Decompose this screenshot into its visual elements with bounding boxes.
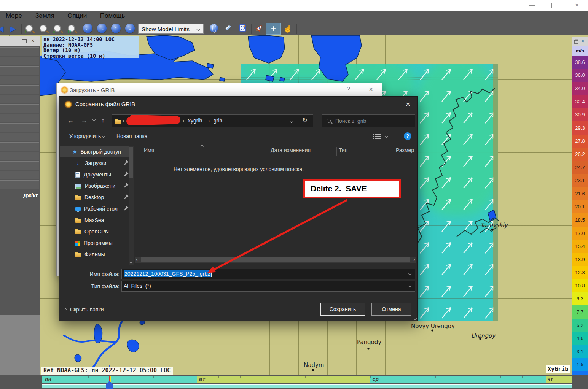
pan-left-icon[interactable]: ← — [83, 24, 92, 33]
sidebar-item-3[interactable]: Desktop — [60, 192, 129, 203]
close-panel-icon[interactable]: × — [581, 38, 584, 44]
resize-grip[interactable] — [412, 316, 417, 320]
maximize-button[interactable] — [551, 3, 557, 8]
column-date[interactable]: Дата изменения — [271, 147, 311, 153]
timeline-segment-wed[interactable] — [370, 376, 546, 383]
altitude-row-10[interactable] — [0, 142, 39, 151]
hand-tool-button[interactable]: ☝ — [282, 23, 293, 35]
altitude-row-0[interactable] — [0, 47, 39, 56]
view-mode-icon[interactable] — [375, 134, 381, 139]
zoom-area-icon[interactable]: ++ — [68, 25, 75, 32]
scale-cell-12.3: 12.3 — [572, 266, 588, 279]
sidebar-item-6[interactable]: OpenCPN — [60, 226, 129, 237]
column-type[interactable]: Тип — [339, 147, 347, 153]
up-icon[interactable]: ↑ — [101, 116, 105, 124]
menu-options[interactable]: Опции — [62, 11, 92, 20]
altitude-row-8[interactable] — [0, 123, 39, 132]
model-limits-dropdown[interactable]: Show Model Limits — [138, 24, 204, 34]
play-forward-icon[interactable]: ▶ — [10, 24, 16, 33]
pan-right-icon[interactable]: → — [97, 24, 107, 33]
scrollbar-thumb[interactable] — [129, 147, 133, 178]
column-size[interactable]: Размер — [396, 147, 414, 153]
altitude-row-5[interactable] — [0, 95, 39, 103]
horizontal-scrollbar[interactable]: ‹ › — [135, 257, 416, 263]
scroll-down-icon[interactable] — [129, 260, 132, 264]
organize-button[interactable]: Упорядочить — [69, 133, 105, 139]
step-back-icon[interactable]: ◀ — [0, 24, 3, 33]
altitude-row-4[interactable] — [0, 85, 39, 94]
sidebar-item-1[interactable]: Документы — [60, 169, 129, 180]
back-icon[interactable]: ← — [67, 117, 74, 125]
altitude-row-3[interactable] — [0, 76, 39, 84]
dialog-title-bar[interactable]: Сохранить файл GRIB × — [59, 97, 417, 113]
cancel-button[interactable]: Отмена — [371, 303, 411, 316]
column-name[interactable]: Имя — [144, 147, 154, 153]
float-panel-icon[interactable] — [574, 40, 578, 44]
close-panel-icon[interactable]: × — [31, 37, 35, 44]
hide-folders-button[interactable]: Скрыть папки — [65, 306, 104, 313]
search-box[interactable] — [322, 114, 415, 127]
chevron-down-icon[interactable] — [385, 135, 388, 138]
chevron-down-icon[interactable] — [289, 119, 293, 123]
globe-icon[interactable] — [210, 24, 218, 32]
refresh-icon[interactable]: ↻ — [303, 117, 308, 124]
filetype-dropdown[interactable]: All Files (*) — [121, 281, 415, 292]
altitude-row-7[interactable] — [0, 114, 39, 122]
sidebar-item-5[interactable]: MaxSea — [60, 214, 129, 226]
sidebar-item-8[interactable]: Фильмы — [60, 249, 129, 260]
chevron-down-icon[interactable] — [408, 272, 411, 275]
close-button[interactable]: × — [570, 0, 583, 10]
altitude-row-9[interactable] — [0, 133, 39, 141]
recent-locations-icon[interactable] — [92, 118, 96, 121]
city-label: Tazovskiy — [480, 222, 507, 229]
breadcrumb[interactable]: › › xygrib › grib ↻ — [112, 114, 313, 127]
sidebar-item-4[interactable]: Рабочий стол — [60, 203, 129, 214]
sidebar-quick-access[interactable]: ★ Быстрый доступ — [60, 146, 129, 157]
help-icon[interactable]: ? — [347, 86, 350, 93]
close-icon[interactable]: × — [369, 85, 373, 94]
breadcrumb-xygrib[interactable]: xygrib — [188, 117, 202, 124]
scrollbar-thumb[interactable] — [141, 257, 410, 262]
altitude-row-13[interactable] — [0, 171, 39, 179]
altitude-row-12[interactable] — [0, 161, 39, 170]
breadcrumb-grib[interactable]: grib — [214, 117, 222, 124]
forward-icon[interactable]: → — [81, 117, 88, 125]
crosshair-tool-button[interactable]: + — [266, 23, 281, 35]
close-icon[interactable]: × — [402, 98, 414, 110]
sidebar-item-7[interactable]: Программы — [60, 237, 129, 249]
altitude-row-11[interactable] — [0, 152, 39, 160]
timeline-segment-mon[interactable] — [42, 376, 197, 383]
filename-input[interactable]: 20221212_100031_GFS_P25_.grb2 — [121, 269, 415, 279]
search-input[interactable] — [335, 116, 412, 126]
help-icon[interactable]: ? — [404, 132, 411, 140]
menu-more[interactable]: Море — [0, 11, 28, 20]
zoom-fit-icon[interactable]: :: — [54, 25, 61, 32]
altitude-row-1[interactable] — [0, 57, 39, 65]
altitude-row-2[interactable] — [0, 66, 39, 75]
menu-zemlya[interactable]: Земля — [29, 11, 60, 20]
menu-help[interactable]: Помощь — [94, 11, 131, 20]
day-label: чт — [547, 376, 553, 382]
pan-down-icon[interactable]: ↓ — [125, 24, 135, 33]
minimize-button[interactable]: — — [526, 0, 539, 10]
float-panel-icon[interactable] — [22, 39, 27, 43]
chevron-down-icon[interactable] — [408, 284, 411, 287]
zoom-out-icon[interactable]: − — [40, 25, 47, 32]
altitude-row-6[interactable] — [0, 104, 39, 113]
erase-icon[interactable] — [225, 25, 232, 30]
sidebar-item-0[interactable]: Загрузки — [60, 157, 129, 169]
zoom-in-icon[interactable]: + — [25, 25, 33, 32]
sidebar-item-2[interactable]: Изображени — [60, 180, 129, 192]
scroll-right-icon[interactable]: › — [413, 256, 415, 262]
altitude-row-14[interactable] — [0, 180, 39, 189]
empty-folder-message: Нет элементов, удовлетворяющих условиям … — [174, 166, 501, 172]
save-button[interactable]: Сохранить — [320, 303, 365, 316]
timeline-bar[interactable]: пн вт ср чт — [0, 375, 588, 389]
pan-up-icon[interactable]: ↑ — [111, 24, 121, 33]
scroll-left-icon[interactable]: ‹ — [136, 256, 138, 262]
sidebar-scrollbar[interactable] — [129, 146, 134, 265]
rocket-icon[interactable] — [254, 24, 263, 35]
scale-unit-label: m/s — [572, 46, 588, 56]
compass-icon[interactable] — [239, 24, 246, 32]
new-folder-button[interactable]: Новая папка — [116, 133, 148, 139]
